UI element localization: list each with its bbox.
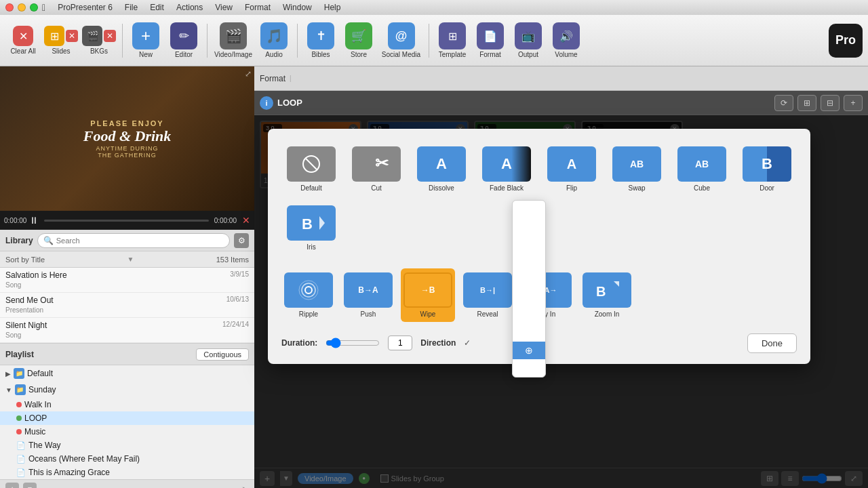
preview-panel: PLEASE ENJOY Food & Drink ANYTIME DURING…: [0, 66, 254, 230]
transition-wipe[interactable]: →B Wipe: [401, 268, 455, 322]
new-button[interactable]: + New: [128, 20, 163, 61]
menu-format-top[interactable]: Format: [245, 3, 271, 12]
playlist-title: Playlist: [5, 350, 34, 359]
volume-button[interactable]: 🔊 Volume: [549, 20, 584, 61]
menu-help[interactable]: Help: [324, 3, 341, 12]
store-button[interactable]: 🛒 Store: [341, 20, 376, 61]
search-box[interactable]: 🔍: [37, 233, 230, 248]
dir-upleft[interactable]: ↖: [513, 271, 545, 289]
svg-line-1: [305, 158, 317, 170]
bibles-button[interactable]: ✝ Bibles: [303, 20, 338, 61]
library-settings-button[interactable]: ⚙: [234, 233, 249, 248]
minimize-traffic-light[interactable]: [18, 3, 26, 12]
transition-dissolve[interactable]: A Dissolve: [412, 142, 471, 196]
transition-ripple[interactable]: Ripple: [281, 268, 336, 322]
stop-button[interactable]: ✕: [242, 215, 250, 226]
dir-downright[interactable]: ↘: [513, 324, 545, 342]
duration-slider[interactable]: [326, 338, 380, 348]
dir-up[interactable]: ↑: [513, 236, 545, 253]
playlist-chevron-button[interactable]: ▼: [23, 483, 37, 489]
menu-propresenter[interactable]: ProPresenter 6: [58, 3, 113, 12]
slides-button[interactable]: ⊞ ✕ Slides: [43, 23, 79, 58]
transition-default[interactable]: Default: [281, 142, 341, 196]
playlist-item-music[interactable]: Music: [0, 425, 254, 439]
transition-fadeblack[interactable]: A Fade Black: [477, 142, 536, 196]
editor-button[interactable]: ✏ Editor: [166, 20, 201, 61]
transition-zoomin[interactable]: B Zoom In: [580, 268, 634, 322]
fadeblack-icon: A: [482, 146, 531, 182]
playlist-item-amazing-grace[interactable]: 📄 This is Amazing Grace: [0, 466, 254, 479]
zoomin-icon: B: [583, 272, 631, 308]
sort-label[interactable]: Sort by Title: [5, 256, 45, 264]
preview-controls: 0:00:00 ⏸ 0:00:00 ✕: [0, 211, 254, 230]
door-label: Door: [760, 184, 774, 192]
transition-iris[interactable]: B Iris: [281, 201, 341, 255]
template-button[interactable]: ⊞ Template: [435, 20, 470, 61]
search-input[interactable]: [56, 237, 224, 245]
playlist-item-walkin[interactable]: Walk In: [0, 398, 254, 411]
output-button[interactable]: 📺 Output: [511, 20, 546, 61]
menu-view[interactable]: View: [215, 3, 233, 12]
progress-bar[interactable]: [44, 220, 208, 222]
duration-input[interactable]: [388, 336, 412, 350]
loop-ctrl-3[interactable]: ⊟: [821, 95, 840, 111]
dir-custom[interactable]: ✕: [513, 359, 545, 377]
list-item[interactable]: Silent Night 12/24/14 Song: [0, 318, 254, 343]
expand-icon[interactable]: ⤢: [245, 69, 252, 79]
playlist-folder-default[interactable]: ▶ 📁 Default: [0, 365, 254, 382]
play-button[interactable]: ⏸: [29, 215, 39, 226]
transition-flip[interactable]: A Flip: [542, 142, 601, 196]
playlist-expand-button[interactable]: ⤢: [235, 483, 249, 489]
transition-cut[interactable]: ✂ Cut: [347, 142, 406, 196]
audio-button[interactable]: 🎵 Audio: [256, 20, 292, 61]
dir-downleft[interactable]: ↙: [513, 306, 545, 324]
maximize-traffic-light[interactable]: [30, 3, 38, 12]
playlist-item-theway[interactable]: 📄 The Way: [0, 439, 254, 452]
contiguous-button[interactable]: Contiguous: [196, 348, 249, 361]
loop-ctrl-4[interactable]: +: [844, 95, 863, 111]
format-button[interactable]: 📄 Format: [473, 20, 508, 61]
preview-text-gathering: THE GATHERING: [98, 152, 156, 159]
list-item[interactable]: Send Me Out 10/6/13 Presentation: [0, 293, 254, 318]
svg-point-6: [302, 283, 315, 297]
transition-reveal[interactable]: B→| Reveal: [460, 268, 515, 322]
format-menu-label[interactable]: Format: [260, 74, 285, 83]
apple-menu[interactable]: : [42, 2, 45, 13]
done-button[interactable]: Done: [747, 333, 797, 353]
transition-push[interactable]: B→A Push: [341, 268, 395, 322]
playlist-item-loop[interactable]: LOOP: [0, 411, 254, 425]
video-image-button[interactable]: 🎬 Video/Image: [213, 20, 254, 61]
menu-window[interactable]: Window: [283, 3, 312, 12]
list-item[interactable]: Salvation is Here 3/9/15 Song: [0, 268, 254, 293]
direction-dropdown[interactable]: ← → ↑ ↓ ↖ ↗ ↙ ↘ ⊕ ✕: [512, 200, 546, 378]
dir-center[interactable]: ⊕: [513, 342, 545, 359]
menu-actions[interactable]: Actions: [176, 3, 203, 12]
loop-ctrl-2[interactable]: ⊞: [797, 95, 816, 111]
bkgs-button[interactable]: 🎬 ✕ BKGs: [81, 23, 117, 58]
close-traffic-light[interactable]: [5, 3, 14, 12]
dir-left[interactable]: ←: [513, 201, 545, 218]
social-media-button[interactable]: @ Social Media: [379, 20, 423, 61]
library-title: Library: [5, 236, 33, 245]
transition-door[interactable]: B Door: [737, 142, 797, 196]
transition-cube[interactable]: AB Cube: [672, 142, 732, 196]
playlist-header: Playlist Contiguous: [0, 344, 254, 365]
transition-panel: Default ✂ Cut A: [268, 129, 810, 364]
title-bar:  ProPresenter 6 File Edit Actions View …: [0, 0, 868, 15]
new-icon: +: [132, 22, 159, 49]
loop-info-button[interactable]: i: [260, 96, 273, 110]
left-column: PLEASE ENJOY Food & Drink ANYTIME DURING…: [0, 66, 254, 488]
dir-down[interactable]: ↓: [513, 253, 545, 271]
menu-file[interactable]: File: [125, 3, 138, 12]
menu-edit[interactable]: Edit: [150, 3, 164, 12]
transition-swap[interactable]: AB Swap: [607, 142, 667, 196]
dir-upright[interactable]: ↗: [513, 289, 545, 306]
dir-right[interactable]: →: [513, 218, 545, 236]
svg-marker-9: [614, 281, 619, 287]
video-image-icon: 🎬: [220, 22, 247, 49]
loop-ctrl-1[interactable]: ⟳: [774, 95, 793, 111]
playlist-add-button[interactable]: +: [5, 483, 19, 489]
playlist-folder-sunday[interactable]: ▼ 📁 Sunday: [0, 382, 254, 398]
playlist-item-oceans[interactable]: 📄 Oceans (Where Feet May Fail): [0, 452, 254, 466]
clear-all-button[interactable]: ✕ Clear All: [5, 23, 41, 58]
